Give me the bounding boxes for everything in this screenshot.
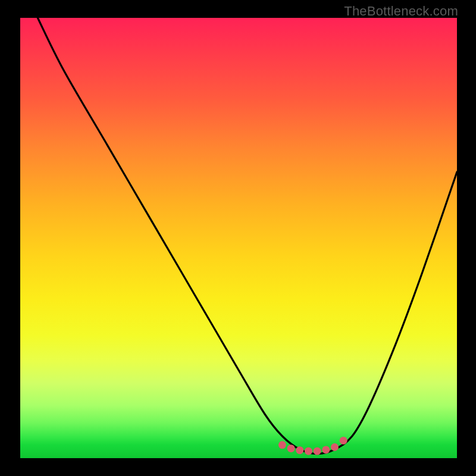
optimal-marker [314, 447, 321, 455]
optimal-marker [296, 446, 303, 454]
bottleneck-curve [37, 18, 457, 454]
optimal-range-markers [278, 437, 347, 455]
optimal-marker [322, 446, 330, 453]
optimal-marker [287, 444, 295, 452]
chart-frame: TheBottleneck.com [0, 0, 476, 476]
plot-area [20, 18, 457, 458]
optimal-marker [305, 447, 312, 455]
optimal-marker [340, 437, 347, 444]
optimal-marker [278, 441, 286, 449]
optimal-marker [331, 443, 339, 451]
attribution-label: TheBottleneck.com [344, 4, 458, 19]
plot-svg [20, 18, 457, 458]
